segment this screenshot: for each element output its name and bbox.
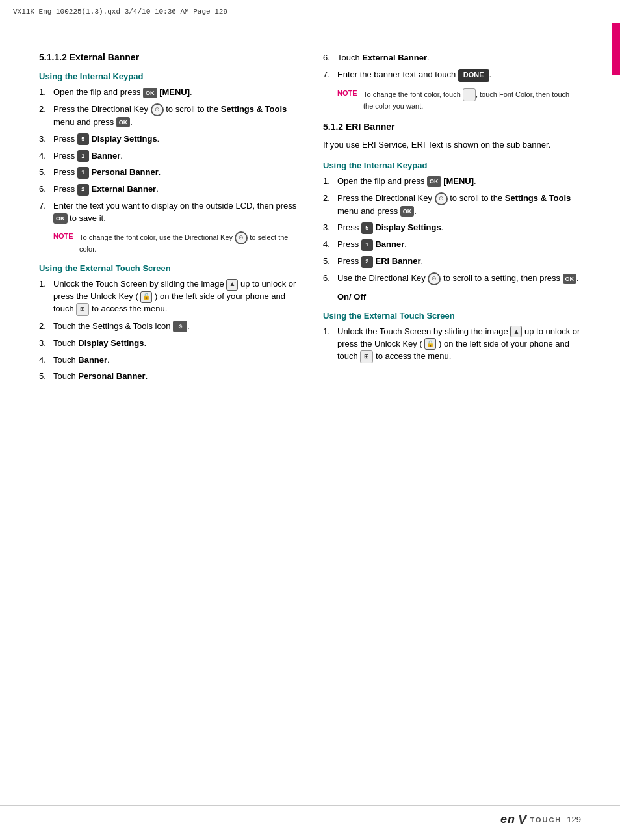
step-5: 5. Press 1 Personal Banner. (39, 166, 297, 179)
done-button: DONE (458, 69, 489, 82)
subsection-external-touch: Using the External Touch Screen (39, 263, 297, 273)
ext-step-5: 5. Touch Personal Banner. (39, 371, 297, 383)
ok-button-icon: OK (143, 88, 157, 98)
eri-step-1: 1. Open the flip and press OK [MENU]. (323, 176, 581, 188)
section-title-eri: 5.1.2 ERI Banner (323, 122, 581, 132)
note-text: To change the font color, use the Direct… (79, 231, 297, 254)
menu-grid-eri: ⊞ (360, 350, 373, 363)
right-step-7: 7. Enter the banner text and touch DONE. (323, 69, 581, 82)
left-column: 5.1.1.2 External Banner Using the Intern… (39, 52, 297, 788)
step-2: 2. Press the Directional Key ⊙ to scroll… (39, 103, 297, 129)
num-5-button: 5 (77, 133, 89, 145)
eri-external-touch-title: Using the External Touch Screen (323, 311, 581, 321)
eri-external-steps: 1. Unlock the Touch Screen by sliding th… (323, 326, 581, 363)
step-4: 4. Press 1 Banner. (39, 150, 297, 163)
unlock-key-eri: 🔒 (424, 338, 436, 350)
num-2-eri: 2 (361, 256, 373, 268)
eri-internal-steps: 1. Open the flip and press OK [MENU]. 2.… (323, 176, 581, 285)
num-5-eri: 5 (361, 222, 373, 234)
num-1-button: 1 (77, 150, 89, 162)
subsection-internal-keypad: Using the Internal Keypad (39, 72, 297, 81)
main-content: 5.1.1.2 External Banner Using the Intern… (39, 52, 581, 788)
unlock-key-icon: 🔒 (140, 291, 152, 303)
eri-step-4: 4. Press 1 Banner. (323, 239, 581, 251)
dir-key-eri-6: ⊙ (428, 272, 441, 285)
page-footer: en V TOUCH 129 (0, 805, 620, 827)
ok-button-icon-3: OK (53, 213, 68, 224)
on-off-label: On/ Off (337, 292, 581, 302)
num-2-button: 2 (77, 184, 89, 196)
menu-icon-note: ☰ (463, 88, 476, 101)
note-text-right: To change the font color, touch ☰, touch… (363, 88, 581, 111)
eri-step-5: 5. Press 2 ERI Banner. (323, 256, 581, 268)
num-1-button-2: 1 (77, 167, 89, 179)
step-7: 7. Enter the text you want to display on… (39, 200, 297, 225)
internal-steps-list: 1. Open the flip and press OK [MENU]. 2.… (39, 86, 297, 225)
step-1: 1. Open the flip and press OK [MENU]. (39, 86, 297, 99)
logo-touch: TOUCH (530, 816, 562, 824)
right-column: 6. Touch External Banner. 7. Enter the b… (323, 52, 581, 788)
header-text: VX11K_Eng_100225(1.3).qxd 3/4/10 10:36 A… (13, 8, 227, 16)
unlock-arrow-eri: ▲ (510, 326, 522, 337)
menu-grid-icon: ⊞ (76, 303, 89, 316)
pink-accent-bar (612, 23, 620, 75)
ok-btn-eri-6: OK (563, 274, 577, 284)
logo-v: V (518, 812, 527, 827)
directional-key-icon: ⊙ (151, 103, 164, 116)
external-touch-steps: 1. Unlock the Touch Screen by sliding th… (39, 278, 297, 383)
step-3: 3. Press 5 Display Settings. (39, 133, 297, 146)
page-header: VX11K_Eng_100225(1.3).qxd 3/4/10 10:36 A… (0, 0, 620, 23)
note-right: NOTE To change the font color, touch ☰, … (337, 88, 581, 111)
dir-key-eri-2: ⊙ (435, 192, 448, 205)
ok-btn-eri-1: OK (427, 176, 441, 187)
ok-button-icon-2: OK (116, 117, 131, 127)
section-title-external-banner: 5.1.1.2 External Banner (39, 52, 297, 62)
note-label-right: NOTE (337, 88, 359, 98)
ext-step-4: 4. Touch Banner. (39, 354, 297, 367)
page-number: 129 (567, 815, 581, 824)
eri-step-6: 6. Use the Directional Key ⊙ to scroll t… (323, 272, 581, 285)
ext-step-2: 2. Touch the Settings & Tools icon ⚙. (39, 321, 297, 333)
right-margin (591, 23, 591, 794)
eri-intro: If you use ERI Service, ERI Text is show… (323, 138, 581, 151)
num-1-eri: 1 (361, 239, 373, 251)
eri-ext-step-1: 1. Unlock the Touch Screen by sliding th… (323, 326, 581, 363)
ext-step-3: 3. Touch Display Settings. (39, 337, 297, 350)
unlock-arrow-icon: ▲ (226, 279, 238, 291)
directional-note-icon: ⊙ (235, 231, 248, 244)
note-internal: NOTE To change the font color, use the D… (53, 231, 297, 254)
ok-btn-eri-2: OK (400, 206, 415, 217)
logo-env: en (500, 813, 515, 826)
eri-step-3: 3. Press 5 Display Settings. (323, 222, 581, 234)
note-label: NOTE (53, 231, 75, 241)
menu-label: [MENU] (159, 87, 190, 97)
right-step-6: 6. Touch External Banner. (323, 52, 581, 64)
step-6: 6. Press 2 External Banner. (39, 183, 297, 196)
eri-step-2: 2. Press the Directional Key ⊙ to scroll… (323, 192, 581, 218)
right-top-steps: 6. Touch External Banner. 7. Enter the b… (323, 52, 581, 82)
left-margin (29, 23, 29, 794)
eri-internal-keypad-title: Using the Internal Keypad (323, 161, 581, 170)
footer-logo: en V TOUCH (500, 812, 562, 827)
settings-tools-icon: ⚙ (173, 321, 187, 332)
ext-step-1: 1. Unlock the Touch Screen by sliding th… (39, 278, 297, 316)
